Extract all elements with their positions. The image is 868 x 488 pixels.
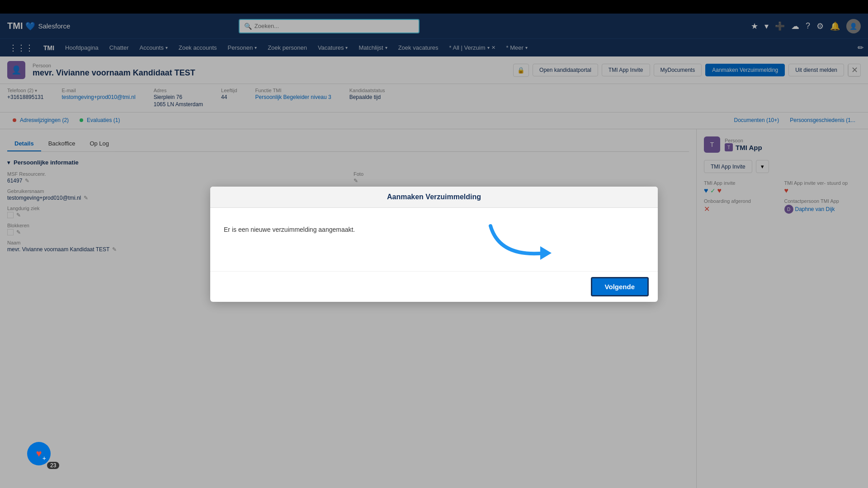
modal-message: Er is een nieuwe verzuimmelding aangemaa…: [224, 226, 355, 233]
svg-marker-0: [540, 246, 552, 260]
floating-badge: 23: [47, 462, 59, 469]
modal-body: Er is een nieuwe verzuimmelding aangemaa…: [210, 208, 658, 271]
floating-heart-icon: ♥: [36, 448, 42, 460]
modal-footer: Volgende: [210, 271, 658, 302]
arrow-icon: [486, 221, 558, 267]
modal-title: Aanmaken Verzuimmelding: [387, 193, 481, 201]
floating-plus-icon: +: [42, 455, 46, 462]
modal-overlay: Aanmaken Verzuimmelding Er is een nieuwe…: [0, 0, 868, 488]
volgende-button[interactable]: Volgende: [591, 277, 649, 296]
arrow-container: [486, 221, 558, 267]
modal: Aanmaken Verzuimmelding Er is een nieuwe…: [210, 187, 658, 302]
modal-header: Aanmaken Verzuimmelding: [210, 187, 658, 208]
floating-action-button[interactable]: ♥ +: [27, 442, 51, 465]
